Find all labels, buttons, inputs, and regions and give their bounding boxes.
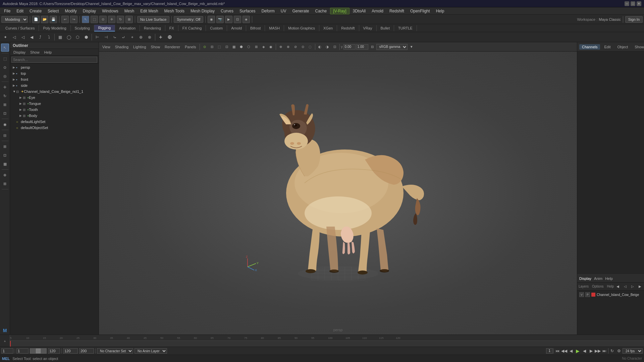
vp-menu-view[interactable]: View — [100, 44, 112, 50]
tab-curves-surfaces[interactable]: Curves / Surfaces — [1, 25, 39, 31]
minimize-button[interactable]: ─ — [625, 1, 629, 6]
vp-toggle2[interactable]: ⬚ — [216, 44, 223, 50]
rp-tab-object[interactable]: Object — [614, 44, 631, 50]
icon-ik[interactable]: ⊣ — [102, 33, 110, 41]
tab-bifrost[interactable]: Bifrost — [246, 25, 265, 31]
vp-menu-shading[interactable]: Shading — [113, 44, 130, 50]
left-render-btn2[interactable]: ⊡ — [1, 151, 9, 159]
play-btn[interactable]: ▶ — [575, 348, 581, 354]
layer-tab-help[interactable]: Help — [605, 277, 613, 281]
tree-item-group[interactable]: ▼ ⊟ ✦ Channel_Island_Cow_Beige_ncl1_1 — [10, 88, 99, 95]
icon-box[interactable]: ⬢ — [82, 33, 90, 41]
vp-toggle8[interactable]: ◈ — [260, 44, 267, 50]
tab-motion-graphics[interactable]: Motion Graphics — [284, 25, 319, 31]
left-soft-select[interactable]: ◉ — [1, 120, 9, 128]
character-set-dropdown[interactable]: No Character Set — [97, 348, 133, 354]
range-end-input[interactable] — [79, 348, 94, 354]
prev-key-btn[interactable]: ◀◀ — [561, 348, 567, 354]
render-btn[interactable]: ▶ — [225, 16, 232, 23]
layer-tab-display[interactable]: Display — [579, 277, 591, 281]
vp-menu-panels[interactable]: Panels — [183, 44, 198, 50]
menu-generate[interactable]: Generate — [289, 8, 312, 14]
tab-bullet[interactable]: Bullet — [377, 25, 394, 31]
layer-vp-toggle[interactable]: V — [579, 292, 584, 297]
menu-edit-mesh[interactable]: Edit Mesh — [138, 8, 161, 14]
icon-select[interactable]: ✦ — [1, 33, 9, 41]
menu-3dtoall[interactable]: 3DtoAll — [350, 8, 369, 14]
tab-fx[interactable]: FX — [165, 25, 178, 31]
frame-display-right[interactable]: 1 — [546, 348, 553, 354]
outliner-menu-display[interactable]: Display — [11, 50, 28, 55]
vp-render1[interactable]: ⊕ — [277, 44, 284, 50]
menu-mesh-display[interactable]: Mesh Display — [188, 8, 217, 14]
next-frame-btn[interactable]: ▶ — [588, 348, 594, 354]
vp-menu-show[interactable]: Show — [149, 44, 162, 50]
vp-light1[interactable]: ◐ — [317, 44, 323, 50]
settings-btn[interactable]: ⚙ — [616, 348, 622, 354]
outliner-menu-show[interactable]: Show — [28, 50, 42, 55]
tree-item-front[interactable]: ▶ ▪ front — [10, 76, 99, 82]
icon-grid[interactable]: ▦ — [56, 33, 64, 41]
menu-modify[interactable]: Modify — [62, 8, 79, 14]
left-transform-tool[interactable]: ⊡ — [1, 109, 9, 117]
tab-turtle[interactable]: TURTLE — [394, 25, 417, 31]
vp-toggle4[interactable]: ▦ — [231, 44, 237, 50]
icon-weight[interactable]: ⤾ — [119, 33, 127, 41]
tab-rendering[interactable]: Rendering — [140, 25, 165, 31]
tree-item-defaultobjectset[interactable]: ○ defaultObjectSet — [10, 125, 99, 131]
tab-rigging[interactable]: Rigging — [94, 25, 115, 32]
lasso-btn[interactable]: ⬚ — [91, 16, 98, 23]
start-frame-input[interactable] — [16, 348, 29, 354]
ipr-btn[interactable]: ⊡ — [234, 16, 241, 23]
menu-curves[interactable]: Curves — [218, 8, 236, 14]
paint-btn[interactable]: ⊙ — [99, 16, 107, 23]
menu-arnold[interactable]: Arnold — [369, 8, 386, 14]
layer-prev-btn[interactable]: ◀ — [614, 283, 621, 290]
vp-colorspace-btn[interactable]: ▼ — [408, 44, 415, 50]
soft-select-btn[interactable]: ◉ — [208, 16, 215, 23]
layer-next2-btn[interactable]: ▶ — [637, 283, 643, 290]
menu-windows[interactable]: Windows — [99, 8, 121, 14]
menu-select[interactable]: Select — [45, 8, 61, 14]
icon-cross[interactable]: ⊕ — [165, 33, 173, 41]
tree-item-eye[interactable]: ▶ ⊞ ▪ Eye — [10, 95, 99, 101]
tab-poly-modeling[interactable]: Poly Modeling — [39, 25, 70, 31]
tree-item-persp[interactable]: ▶ ▪ persp — [10, 64, 99, 70]
sign-in-btn[interactable]: Sign In — [625, 16, 643, 23]
redo-btn[interactable]: ↪ — [70, 16, 77, 23]
left-snap-btn2[interactable]: ⊞ — [1, 180, 9, 188]
vp-toggle9[interactable]: ◉ — [268, 44, 274, 50]
select-btn[interactable]: ↖ — [82, 16, 89, 23]
menu-create[interactable]: Create — [27, 8, 44, 14]
symmetry-btn[interactable]: Symmetry: Off — [174, 16, 203, 23]
vp-light2[interactable]: ◑ — [324, 44, 331, 50]
icon-select6[interactable]: ⤵ — [45, 33, 53, 41]
tab-mash[interactable]: MASH — [265, 25, 284, 31]
icon-select2[interactable]: ◁ — [10, 33, 18, 41]
left-view-btn[interactable]: ⊟ — [1, 131, 9, 139]
layer-next-btn[interactable]: ▷ — [629, 283, 636, 290]
menu-display[interactable]: Display — [80, 8, 99, 14]
tree-item-body[interactable]: ▶ ⊞ ▪ Body — [10, 113, 99, 119]
menu-mesh-tools[interactable]: Mesh Tools — [162, 8, 187, 14]
tree-item-tongue[interactable]: ▶ ⊞ ▪ Tongue — [10, 101, 99, 107]
tab-redshift[interactable]: Redshift — [337, 25, 359, 31]
vp-light3[interactable]: ⊡ — [331, 44, 338, 50]
tree-item-side[interactable]: ▶ ▪ side — [10, 82, 99, 88]
tab-custom[interactable]: Custom — [206, 25, 227, 31]
anim-layer-dropdown[interactable]: No Anim Layer — [135, 348, 167, 354]
tree-item-defaultlightset[interactable]: ○ defaultLightSet — [10, 119, 99, 125]
icon-select3[interactable]: ◁ — [19, 33, 27, 41]
menu-mesh[interactable]: Mesh — [122, 8, 137, 14]
tree-item-tooth[interactable]: ▶ ⊞ ▪ Tooth — [10, 107, 99, 113]
gamma-input2[interactable] — [356, 44, 368, 50]
vp-render2[interactable]: ⊗ — [285, 44, 291, 50]
icon-ctrl[interactable]: ⊕ — [137, 33, 145, 41]
left-lasso-tool[interactable]: ⬚ — [1, 55, 9, 63]
vp-menu-renderer[interactable]: Renderer — [163, 44, 182, 50]
left-paint-tool[interactable]: ⊙ — [1, 63, 9, 71]
tab-sculpting[interactable]: Sculpting — [71, 25, 94, 31]
left-render-btn1[interactable]: ⊞ — [1, 142, 9, 150]
rp-tab-edit[interactable]: Edit — [601, 44, 613, 50]
left-select-tool[interactable]: ↖ — [1, 44, 9, 52]
